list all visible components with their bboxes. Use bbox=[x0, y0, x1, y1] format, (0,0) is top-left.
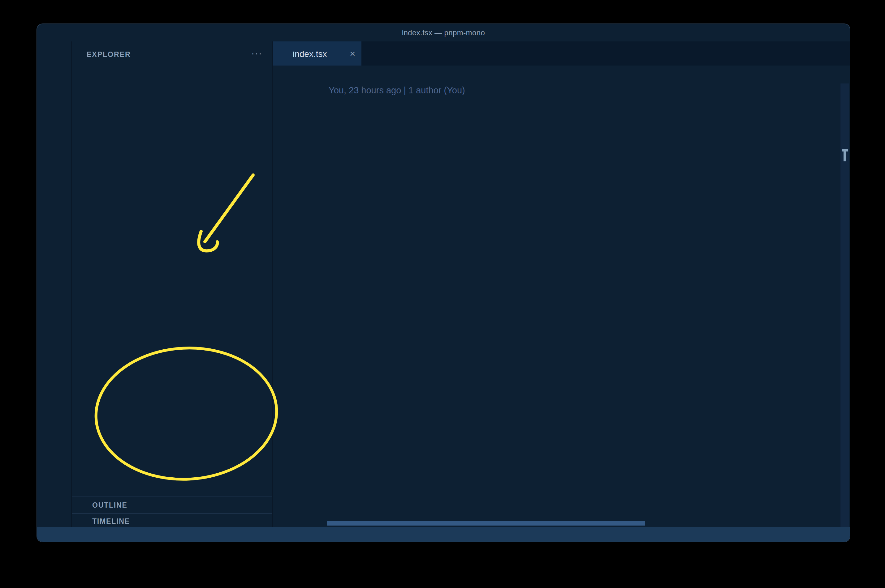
title-bar: index.tsx — pnpm-mono bbox=[37, 24, 850, 41]
close-tab-icon[interactable]: × bbox=[350, 48, 355, 59]
vscode-window: index.tsx — pnpm-mono EXPLORER ··· OUTLI… bbox=[36, 24, 850, 542]
tab-label: index.tsx bbox=[293, 48, 327, 58]
inline-blame-annotation: You, 23 hours ago | 1 author (You) bbox=[273, 84, 850, 98]
vertical-scrollbar[interactable] bbox=[840, 84, 849, 527]
react-file-icon bbox=[279, 49, 288, 58]
window-title: index.tsx — pnpm-mono bbox=[37, 24, 850, 41]
workbench-body: EXPLORER ··· OUTLINE TIMELINE index.tsx bbox=[37, 41, 850, 527]
editor-group: index.tsx × You, 23 hours ago | 1 author… bbox=[273, 41, 850, 527]
overview-ruler-marker bbox=[844, 149, 846, 161]
status-bar bbox=[37, 527, 850, 542]
outline-section-header[interactable]: OUTLINE bbox=[72, 496, 272, 513]
explorer-more-actions-button[interactable]: ··· bbox=[251, 48, 262, 58]
explorer-header: EXPLORER bbox=[72, 41, 272, 68]
status-right bbox=[846, 527, 850, 542]
timeline-section-header[interactable]: TIMELINE bbox=[72, 513, 272, 528]
tab-index-tsx[interactable]: index.tsx × bbox=[273, 41, 361, 66]
explorer-sidebar: EXPLORER ··· OUTLINE TIMELINE bbox=[72, 41, 273, 527]
code-editor[interactable]: You, 23 hours ago | 1 author (You) bbox=[273, 84, 850, 527]
activity-bar bbox=[37, 41, 72, 527]
breadcrumb bbox=[273, 66, 850, 84]
screenshot-stage: index.tsx — pnpm-mono EXPLORER ··· OUTLI… bbox=[0, 0, 885, 588]
horizontal-scrollbar[interactable] bbox=[327, 521, 645, 525]
tab-strip: index.tsx × bbox=[273, 41, 850, 66]
